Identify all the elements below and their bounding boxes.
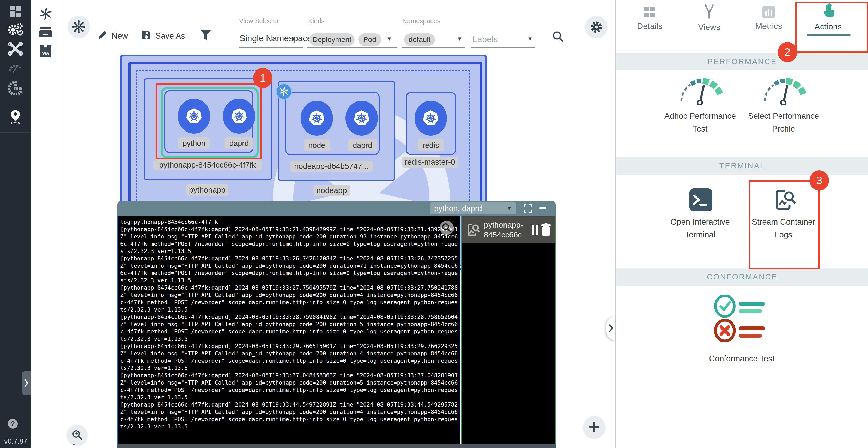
tab-details[interactable] bbox=[631, 5, 668, 19]
log-streams-pane: pythonapp- 8454cc66c bbox=[461, 215, 556, 444]
container-redis[interactable] bbox=[414, 101, 447, 136]
minimize-icon[interactable] bbox=[539, 207, 546, 210]
container-daprd-2[interactable] bbox=[345, 101, 378, 136]
namespaces-arrow-icon[interactable]: ▼ bbox=[457, 35, 463, 42]
select-performance-label[interactable]: Select PerformanceProfile bbox=[746, 110, 821, 135]
container-label: node bbox=[304, 139, 330, 151]
pod-name-label: nodeapp-d64b5747... bbox=[290, 161, 373, 172]
pause-stream-button[interactable] bbox=[530, 223, 540, 237]
stream-logs-icon bbox=[466, 222, 480, 237]
add-button[interactable] bbox=[584, 416, 605, 438]
view-selector-underline bbox=[239, 48, 303, 48]
right-panel: Details Views Metrics Actions PERFORMANC… bbox=[615, 0, 868, 448]
save-as-button[interactable] bbox=[140, 29, 152, 41]
new-button-label[interactable]: New bbox=[112, 31, 128, 41]
kind-chip-deployment[interactable]: Deployment bbox=[309, 33, 354, 46]
view-selector-arrow-icon[interactable]: ▼ bbox=[290, 35, 296, 42]
annotation-badge-3: 3 bbox=[810, 170, 829, 191]
new-button[interactable] bbox=[96, 29, 108, 41]
delete-stream-button[interactable] bbox=[540, 222, 552, 237]
save-as-button-label[interactable]: Save As bbox=[155, 31, 185, 41]
details-grid-icon bbox=[643, 5, 656, 19]
dashboard-grid-icon[interactable] bbox=[8, 4, 23, 19]
version-label: v0.7.87 bbox=[4, 437, 27, 445]
filter-funnel-icon[interactable] bbox=[199, 29, 212, 42]
settings-button[interactable] bbox=[585, 16, 608, 38]
views-icon bbox=[703, 4, 715, 19]
section-conformance: CONFORMANCE bbox=[616, 268, 868, 286]
search-button[interactable] bbox=[551, 29, 565, 44]
section-performance-title: PERFORMANCE bbox=[707, 57, 777, 66]
labels-input-placeholder[interactable]: Labels bbox=[472, 34, 498, 44]
sidebar-divider-2 bbox=[0, 132, 31, 132]
kind-chip-pod[interactable]: Pod bbox=[358, 33, 381, 46]
tab-metrics-label[interactable]: Metrics bbox=[750, 21, 787, 31]
help-question-mark: ? bbox=[11, 420, 15, 428]
container-node[interactable] bbox=[301, 101, 333, 136]
zoom-in-icon bbox=[71, 429, 83, 441]
adhoc-performance-button[interactable] bbox=[675, 75, 725, 107]
container-label: redis bbox=[418, 139, 444, 151]
tab-metrics[interactable] bbox=[750, 5, 787, 19]
location-pin-icon[interactable] bbox=[8, 109, 23, 125]
conformance-icon bbox=[714, 295, 770, 342]
kinds-arrow-icon[interactable]: ▼ bbox=[386, 35, 392, 42]
section-terminal-title: TERMINAL bbox=[719, 161, 765, 170]
dropdown-arrow-icon: ▼ bbox=[507, 205, 512, 211]
sidebar-expand-button[interactable] bbox=[22, 371, 31, 395]
zoom-in-button[interactable] bbox=[67, 425, 87, 445]
archive-icon[interactable] bbox=[38, 26, 53, 39]
tab-views[interactable] bbox=[691, 4, 727, 19]
open-terminal-label[interactable]: Open InteractiveTerminal bbox=[662, 215, 738, 241]
magnifier-icon bbox=[441, 222, 452, 233]
log-stream-row[interactable]: pythonapp- 8454cc66c bbox=[462, 216, 555, 243]
plus-icon bbox=[588, 421, 600, 433]
chevron-right-icon bbox=[608, 324, 614, 332]
log-search-button[interactable] bbox=[440, 221, 454, 235]
dapr-badge-icon bbox=[276, 84, 292, 100]
pod-redis[interactable]: redis bbox=[406, 92, 456, 155]
left-sidebar: ? v0.7.87 bbox=[0, 0, 31, 448]
pod-name-label: redis-master-0 bbox=[402, 156, 458, 168]
performance-gauge-icon[interactable] bbox=[8, 62, 23, 73]
settings-gears-icon[interactable] bbox=[7, 23, 24, 36]
sidebar-divider bbox=[0, 103, 31, 103]
section-terminal: TERMINAL bbox=[616, 157, 868, 175]
layout-engine-button[interactable] bbox=[67, 16, 90, 38]
conformance-test-button[interactable] bbox=[713, 294, 771, 343]
log-pane[interactable]: log:pythonapp-8454cc66c-4f7fk [pythonapp… bbox=[117, 215, 461, 444]
open-terminal-button[interactable] bbox=[688, 187, 713, 212]
conformance-test-label[interactable]: Conformance Test bbox=[704, 352, 780, 365]
pencil-icon bbox=[97, 30, 107, 40]
fullscreen-icon[interactable] bbox=[523, 204, 532, 213]
adhoc-performance-label[interactable]: Adhoc PerformanceTest bbox=[662, 110, 738, 135]
namespaces-label: Namespaces bbox=[402, 17, 440, 25]
gear-icon bbox=[590, 20, 603, 34]
mesh-pie-icon[interactable] bbox=[7, 81, 24, 95]
terminal-titlebar[interactable]: python, daprd ▼ bbox=[117, 201, 556, 215]
labels-arrow-icon[interactable]: ▼ bbox=[527, 35, 533, 42]
pause-icon bbox=[531, 224, 539, 236]
deployment-name-label: pythonapp bbox=[186, 184, 228, 196]
container-selector-dropdown[interactable]: python, daprd ▼ bbox=[430, 203, 516, 214]
view-selector-value[interactable]: Single Namespace bbox=[240, 33, 312, 43]
pod-nodeapp[interactable]: node daprd bbox=[285, 92, 380, 155]
namespace-chip-default[interactable]: default bbox=[404, 33, 435, 46]
tools-icon[interactable] bbox=[8, 42, 23, 56]
tab-details-label[interactable]: Details bbox=[631, 21, 668, 31]
section-performance: PERFORMANCE bbox=[616, 53, 868, 70]
webassembly-icon[interactable]: WA bbox=[39, 44, 53, 58]
kinds-label: Kinds bbox=[308, 17, 324, 25]
svg-text:WA: WA bbox=[42, 51, 49, 56]
pinwheel-icon[interactable] bbox=[38, 6, 53, 21]
toolbar: New Save As View Selector Single Namespa… bbox=[62, 0, 615, 54]
tab-views-label[interactable]: Views bbox=[691, 23, 727, 32]
kinds-underline bbox=[307, 48, 397, 48]
stream-name: pythonapp- 8454cc66c bbox=[484, 220, 523, 240]
help-button[interactable]: ? bbox=[8, 419, 18, 429]
secondary-sidebar: WA bbox=[31, 0, 62, 448]
snowflake-icon bbox=[72, 20, 86, 34]
trash-icon bbox=[541, 223, 551, 236]
gauge-icon bbox=[677, 76, 723, 106]
select-performance-button[interactable] bbox=[759, 75, 808, 107]
